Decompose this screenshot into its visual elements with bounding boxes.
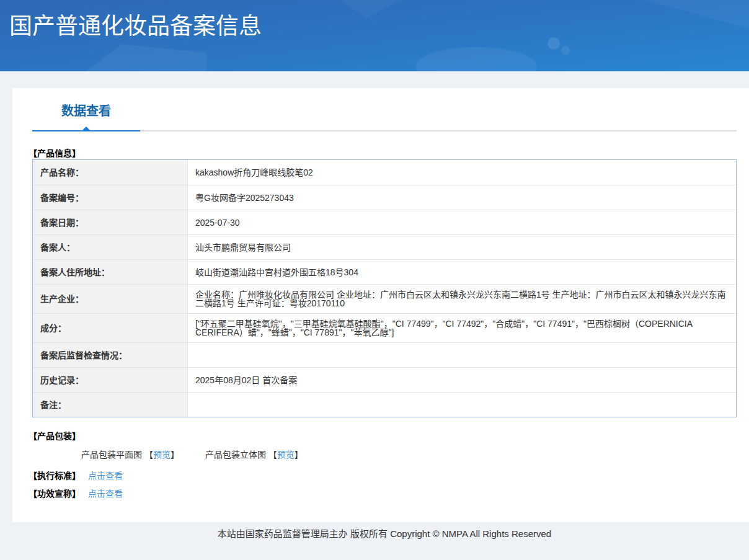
packaging-3d-label: 产品包装立体图 (205, 450, 268, 460)
section-title-product-info: 【产品信息】 (32, 147, 737, 159)
product-info-table: 产品名称： kakashow折角刀峰眼线胶笔02 备案编号： 粤G妆网备字202… (32, 159, 737, 417)
page-banner: 国产普通化妆品备案信息 (0, 0, 749, 71)
row-value (188, 342, 736, 367)
standard-label: 【执行标准】 (29, 471, 81, 481)
table-row: 备案人住所地址： 岐山街道潮汕路中宫村道外围五格18号304 (33, 259, 736, 284)
efficacy-row: 【功效宣称】点击查看 (32, 487, 737, 500)
row-label: 备案人： (33, 234, 188, 259)
table-row: 历史记录： 2025年08月02日 首次备案 (33, 367, 736, 392)
efficacy-label: 【功效宣称】 (29, 489, 81, 499)
standard-view-link[interactable]: 点击查看 (88, 471, 123, 481)
page-title: 国产普通化妆品备案信息 (9, 14, 262, 39)
standard-row: 【执行标准】点击查看 (32, 469, 737, 482)
row-value: ["环五聚二甲基硅氧烷"，"三甲基硅烷氧基硅酸酯"，"CI 77499"，"CI… (188, 313, 736, 342)
table-row: 备注： (33, 392, 736, 417)
tab-active-caret-icon (81, 127, 91, 131)
table-row: 备案编号： 粤G妆网备字2025273043 (33, 185, 736, 210)
row-value: 企业名称：广州唯妆化妆品有限公司 企业地址：广州市白云区太和镇永兴龙兴东南二横路… (188, 284, 736, 313)
table-row: 备案日期： 2025-07-30 (33, 210, 736, 234)
bracket-close: 】 (171, 450, 179, 460)
row-value: 2025-07-30 (188, 210, 736, 234)
section-title-packaging: 【产品包装】 (32, 430, 737, 442)
page-footer: 本站由国家药品监督管理局主办 版权所有 Copyright © NMPA All… (0, 522, 749, 560)
table-row: 产品名称： kakashow折角刀峰眼线胶笔02 (33, 160, 736, 185)
packaging-flat-label: 产品包装平面图 (81, 450, 144, 460)
row-label: 成分： (33, 313, 188, 342)
row-label: 备案日期： (33, 210, 188, 234)
tab-data-view[interactable]: 数据查看 (32, 105, 140, 130)
tab-data-view-label: 数据查看 (61, 104, 111, 118)
table-row: 成分： ["环五聚二甲基硅氧烷"，"三甲基硅烷氧基硅酸酯"，"CI 77499"… (33, 313, 736, 342)
row-value: 岐山街道潮汕路中宫村道外围五格18号304 (188, 259, 736, 284)
row-label: 备案后监督检查情况： (33, 342, 188, 367)
bracket-close: 】 (295, 450, 303, 460)
packaging-3d-preview-link[interactable]: 预览 (277, 450, 295, 460)
table-row: 生产企业： 企业名称：广州唯妆化妆品有限公司 企业地址：广州市白云区太和镇永兴龙… (33, 284, 736, 313)
row-label: 备注： (33, 392, 188, 417)
tab-bar: 数据查看 (32, 105, 737, 131)
packaging-row: 产品包装平面图 【预览】产品包装立体图 【预览】 (32, 448, 737, 461)
row-label: 备案编号： (33, 185, 188, 210)
footer-text: 本站由国家药品监督管理局主办 版权所有 Copyright © NMPA All… (20, 528, 749, 540)
row-value: 粤G妆网备字2025273043 (188, 185, 736, 210)
bracket-open: 【 (268, 450, 277, 460)
row-label: 生产企业： (33, 284, 188, 313)
row-value: kakashow折角刀峰眼线胶笔02 (188, 160, 736, 185)
row-value: 汕头市鹏鼎贸易有限公司 (188, 234, 736, 259)
packaging-flat-preview-link[interactable]: 预览 (153, 450, 171, 460)
content-card: 数据查看 【产品信息】 产品名称： kakashow折角刀峰眼线胶笔02 备案编… (12, 88, 749, 522)
row-label: 产品名称： (33, 160, 188, 185)
table-row: 备案人： 汕头市鹏鼎贸易有限公司 (33, 234, 736, 259)
efficacy-view-link[interactable]: 点击查看 (88, 489, 123, 499)
row-label: 历史记录： (33, 367, 188, 392)
table-row: 备案后监督检查情况： (33, 342, 736, 367)
packaging-flat-item: 产品包装平面图 【预览】 (81, 448, 179, 461)
row-value: 2025年08月02日 首次备案 (188, 367, 736, 392)
row-label: 备案人住所地址： (33, 259, 188, 284)
bracket-open: 【 (144, 450, 153, 460)
packaging-3d-item: 产品包装立体图 【预览】 (205, 448, 303, 461)
row-value (188, 392, 736, 417)
